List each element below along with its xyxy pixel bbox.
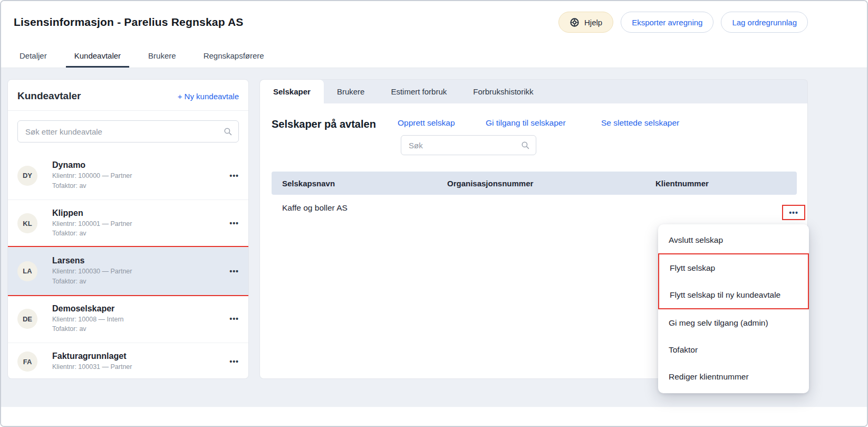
more-options-button[interactable]: •••: [229, 315, 239, 323]
header-actions: Hjelp Eksporter avregning Lag ordregrunn…: [558, 12, 808, 33]
agreement-twofactor: Tofaktor: av: [52, 181, 132, 191]
left-panel-header: Kundeavtaler + Ny kundeavtale: [8, 80, 248, 111]
agreement-info: Demoselskaper Klientnr: 10008 — Intern T…: [52, 304, 124, 335]
avatar: DY: [17, 166, 37, 186]
list-item-fakturagrunnlaget[interactable]: FA Fakturagrunnlaget Klientnr: 100031 — …: [8, 343, 248, 379]
agreement-name: Fakturagrunnlaget: [52, 352, 132, 361]
list-item-dynamo[interactable]: DY Dynamo Klientnr: 100000 — Partner Tof…: [8, 152, 248, 200]
agreement-clientnr: Klientnr: 100031 — Partner: [52, 362, 132, 372]
tab-forbrukshistorikk[interactable]: Forbrukshistorikk: [460, 80, 546, 103]
avatar: LA: [17, 261, 37, 281]
company-search: [401, 135, 536, 155]
companies-table-header: Selskapsnavn Organisasjonsnummer Klientn…: [272, 172, 797, 195]
menu-item-avslutt-selskap[interactable]: Avslutt selskap: [658, 226, 809, 253]
agreement-name: Demoselskaper: [52, 304, 124, 314]
view-deleted-companies-link[interactable]: Se slettede selskaper: [601, 118, 679, 128]
tab-regnskapsforere[interactable]: Regnskapsførere: [195, 43, 273, 68]
company-name: Kaffe og boller AS: [272, 203, 348, 213]
tab-detaljer[interactable]: Detaljer: [11, 43, 55, 68]
detail-tab-bar: Selskaper Brukere Estimert forbruk Forbr…: [259, 79, 808, 103]
column-organisasjonsnummer: Organisasjonsnummer: [447, 172, 533, 195]
agreement-name: Klippen: [52, 208, 132, 218]
agreement-info: Klippen Klientnr: 100001 — Partner Tofak…: [52, 208, 132, 239]
create-order-basis-button[interactable]: Lag ordregrunnlag: [721, 12, 808, 33]
list-item-klippen[interactable]: KL Klippen Klientnr: 100001 — Partner To…: [8, 200, 248, 248]
list-item-demoselskaper[interactable]: DE Demoselskaper Klientnr: 10008 — Inter…: [8, 295, 248, 343]
tab-brukere[interactable]: Brukere: [140, 43, 185, 68]
more-options-button[interactable]: •••: [229, 172, 239, 180]
page-title: Lisensinformasjon - Parelius Regnskap AS: [14, 16, 244, 29]
companies-heading: Selskaper på avtalen: [272, 117, 390, 131]
more-options-button[interactable]: •••: [229, 267, 239, 276]
agreement-twofactor: Tofaktor: av: [52, 229, 132, 239]
left-panel-title: Kundeavtaler: [17, 90, 81, 102]
content-area: Kundeavtaler + Ny kundeavtale DY Dynamo: [1, 68, 867, 426]
menu-item-flytt-selskap-ny-kundeavtale[interactable]: Flytt selskap til ny kundeavtale: [659, 281, 808, 308]
agreement-info: Dynamo Klientnr: 100000 — Partner Tofakt…: [52, 160, 132, 191]
agreement-clientnr: Klientnr: 100000 — Partner: [52, 171, 132, 181]
agreement-name: Larsens: [52, 256, 132, 265]
column-klientnummer: Klientnummer: [655, 172, 709, 195]
tab-selskaper[interactable]: Selskaper: [260, 80, 324, 103]
agreement-info: Fakturagrunnlaget Klientnr: 100031 — Par…: [52, 352, 132, 372]
agreement-twofactor: Tofaktor: av: [52, 277, 132, 287]
company-context-menu: Avslutt selskap Flytt selskap Flytt sels…: [658, 224, 809, 393]
highlighted-menu-group: Flytt selskap Flytt selskap til ny kunde…: [658, 253, 809, 309]
agreement-name: Dynamo: [52, 160, 132, 170]
search-icon: [520, 140, 530, 150]
page-bottom-strip: [1, 407, 867, 426]
agreement-search: [17, 120, 239, 143]
menu-item-rediger-klientnummer[interactable]: Rediger klientnummer: [658, 363, 809, 390]
table-row: Kaffe og boller AS: [272, 195, 797, 221]
customer-agreements-panel: Kundeavtaler + Ny kundeavtale DY Dynamo: [7, 79, 249, 379]
export-settlement-button[interactable]: Eksporter avregning: [621, 12, 713, 33]
grant-access-link[interactable]: Gi tilgang til selskaper: [486, 118, 566, 128]
tab-brukere-detail[interactable]: Brukere: [324, 80, 378, 103]
help-icon: [570, 17, 580, 27]
agreement-search-input[interactable]: [17, 120, 239, 143]
avatar: FA: [17, 352, 37, 372]
agreement-clientnr: Klientnr: 100001 — Partner: [52, 219, 132, 229]
help-button[interactable]: Hjelp: [558, 12, 613, 33]
help-button-label: Hjelp: [584, 18, 602, 27]
agreement-clientnr: Klientnr: 100030 — Partner: [52, 267, 132, 277]
tab-kundeavtaler[interactable]: Kundeavtaler: [66, 43, 129, 68]
app-window: Lisensinformasjon - Parelius Regnskap AS…: [0, 0, 868, 427]
create-company-link[interactable]: Opprett selskap: [398, 118, 455, 128]
list-item-larsens[interactable]: LA Larsens Klientnr: 100030 — Partner To…: [8, 247, 248, 295]
tab-estimert-forbruk[interactable]: Estimert forbruk: [378, 80, 460, 103]
column-selskapsnavn: Selskapsnavn: [282, 172, 335, 195]
agreement-twofactor: Tofaktor: av: [52, 324, 124, 334]
company-search-input[interactable]: [401, 135, 536, 155]
agreement-clientnr: Klientnr: 10008 — Intern: [52, 315, 124, 325]
company-more-options-button[interactable]: •••: [782, 205, 805, 220]
search-icon: [223, 127, 233, 136]
main-tab-bar: Detaljer Kundeavtaler Brukere Regnskapsf…: [1, 43, 867, 68]
new-agreement-link[interactable]: + Ny kundeavtale: [178, 92, 239, 101]
agreement-list: DY Dynamo Klientnr: 100000 — Partner Tof…: [8, 152, 248, 379]
more-options-button[interactable]: •••: [229, 357, 239, 366]
agreement-info: Larsens Klientnr: 100030 — Partner Tofak…: [52, 256, 132, 287]
more-options-button[interactable]: •••: [229, 219, 239, 227]
menu-item-gi-meg-selv-tilgang[interactable]: Gi meg selv tilgang (admin): [658, 309, 809, 336]
menu-item-tofaktor[interactable]: Tofaktor: [658, 336, 809, 363]
menu-item-flytt-selskap[interactable]: Flytt selskap: [659, 254, 808, 281]
avatar: KL: [17, 213, 37, 233]
avatar: DE: [17, 309, 37, 329]
page-header: Lisensinformasjon - Parelius Regnskap AS…: [1, 1, 867, 43]
